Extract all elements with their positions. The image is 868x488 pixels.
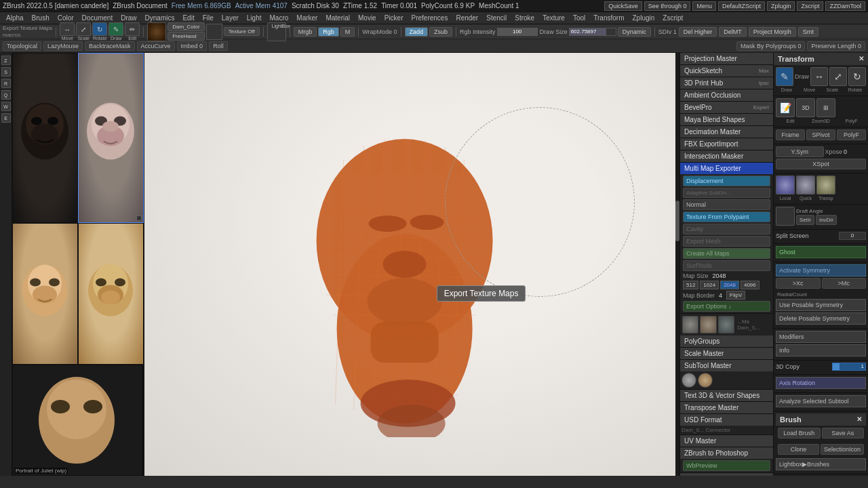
- size-512-btn[interactable]: 512: [683, 281, 698, 289]
- projection-master-header[interactable]: Projection Master: [680, 53, 773, 64]
- freehand-btn[interactable]: FreeHand: [167, 32, 204, 41]
- size-4096-btn[interactable]: 4096: [741, 281, 760, 289]
- size-1024-btn[interactable]: 1024: [700, 281, 719, 289]
- zscript-button[interactable]: Zscript: [797, 1, 823, 11]
- polyf-btn[interactable]: ⊞: [816, 98, 835, 117]
- normal-btn[interactable]: Normal: [683, 199, 770, 210]
- menu-light[interactable]: Light: [243, 14, 265, 22]
- left-tool-4[interactable]: Q: [1, 90, 11, 100]
- scale-icon-btn[interactable]: ⤢: [829, 67, 847, 86]
- cavity-btn[interactable]: Cavity: [683, 224, 770, 235]
- text3d-header[interactable]: Text 3D & Vector Shapes: [680, 390, 773, 401]
- thumbnail-4[interactable]: [78, 223, 144, 365]
- usd-header[interactable]: USD Format: [680, 414, 773, 426]
- menu-draw[interactable]: Draw: [117, 14, 140, 22]
- menu-macro[interactable]: Macro: [267, 14, 292, 22]
- brush-preview[interactable]: [147, 22, 166, 41]
- brush-collapse-btn[interactable]: ✕: [856, 415, 862, 424]
- draw-size-slider[interactable]: 602.75897: [569, 28, 616, 36]
- 3d-copy-slider[interactable]: 1: [832, 363, 866, 371]
- intersection-masker-header[interactable]: Intersection Masker: [680, 150, 773, 162]
- menu-texture[interactable]: Texture: [539, 14, 568, 22]
- zoom3d-btn[interactable]: 3D: [796, 98, 815, 117]
- displacement-btn[interactable]: Displacement: [683, 176, 770, 186]
- preserve-length-btn[interactable]: Preserve Length 0: [807, 41, 865, 51]
- fbx-header[interactable]: FBX ExportImport: [680, 138, 773, 150]
- adaptive-subsub-btn[interactable]: Adaptive SubDiv...: [683, 188, 770, 198]
- draw-toolbar-btn[interactable]: ✎: [108, 22, 123, 36]
- subtool-icon-2[interactable]: [700, 316, 716, 333]
- multi-map-exporter-header[interactable]: Multi Map Exporter: [680, 163, 773, 174]
- menu-marker[interactable]: Marker: [293, 14, 321, 22]
- local-icon[interactable]: [776, 176, 795, 195]
- texture-off-btn[interactable]: Texture Off: [224, 27, 260, 36]
- backtrace-mask-btn[interactable]: BacktraceMask: [85, 41, 135, 51]
- transform-collapse-btn[interactable]: ✕: [859, 55, 864, 63]
- selection-icon-btn[interactable]: SelectionIcon: [821, 444, 864, 455]
- rgb-btn[interactable]: Rgb: [318, 27, 339, 37]
- menu-dynamics[interactable]: Dynamics: [142, 14, 178, 22]
- scale-master-header[interactable]: Scale Master: [680, 348, 773, 359]
- transpose-master-header[interactable]: Transpose Master: [680, 402, 773, 413]
- zadd-btn[interactable]: Zadd: [405, 27, 429, 37]
- maya-blend-header[interactable]: Maya Blend Shapes: [680, 114, 773, 125]
- thumbnail-2[interactable]: [78, 53, 144, 223]
- flipv-btn[interactable]: FlipV: [726, 291, 745, 300]
- accucurve-btn[interactable]: AccuCurve: [137, 41, 175, 51]
- see-through-button[interactable]: See through 0: [644, 1, 691, 11]
- subtool-icon-1[interactable]: [682, 316, 698, 333]
- thumbnail-1[interactable]: [12, 53, 78, 223]
- surf-tools-btn[interactable]: SurfTools: [683, 260, 770, 271]
- polyf-btn2[interactable]: PolyF: [837, 129, 866, 140]
- menu-tool[interactable]: Tool: [570, 14, 589, 22]
- xc-btn[interactable]: >Xc: [776, 278, 821, 289]
- polygroups-header[interactable]: PolyGroups: [680, 336, 773, 347]
- export-options-btn[interactable]: Export Options ↓: [683, 301, 770, 312]
- zbrush-photoshop-header[interactable]: ZBrush to Photoshop: [680, 447, 773, 459]
- zcolor-header[interactable]: ZColor: [680, 473, 773, 476]
- mc-btn[interactable]: >Mc: [822, 278, 867, 289]
- stm-icon-1[interactable]: [682, 373, 696, 388]
- thumbnail-3[interactable]: [12, 223, 78, 365]
- invdir-btn[interactable]: InvDir: [816, 215, 837, 225]
- menu-zplugin[interactable]: Zplugin: [629, 14, 658, 22]
- frame-btn[interactable]: Frame: [776, 129, 805, 140]
- info-btn[interactable]: Info: [776, 344, 866, 357]
- menu-brush[interactable]: Brush: [28, 14, 53, 22]
- mrgb-btn[interactable]: Mrgb: [294, 27, 317, 37]
- uv-master-header[interactable]: UV Master: [680, 435, 773, 447]
- clone-btn[interactable]: Clone: [778, 444, 819, 455]
- scale-toolbar-btn[interactable]: ⤢: [76, 22, 91, 36]
- mask-by-polygroups-btn[interactable]: Mask By Polygroups 0: [736, 41, 806, 51]
- left-tool-3[interactable]: R: [1, 79, 11, 88]
- load-brush-btn[interactable]: Load Brush: [778, 428, 821, 439]
- m-btn[interactable]: M: [340, 27, 355, 37]
- rotate-toolbar-btn[interactable]: ↻: [92, 22, 107, 36]
- move-icon-btn[interactable]: ↔: [810, 67, 828, 86]
- scrollbar-thumb[interactable]: [675, 201, 679, 241]
- menu-file[interactable]: File: [199, 14, 217, 22]
- project-morph-btn[interactable]: Project Morph: [749, 27, 796, 37]
- menu-render[interactable]: Render: [452, 14, 481, 22]
- create-all-maps-btn[interactable]: Create All Maps: [683, 248, 770, 259]
- menu-layer[interactable]: Layer: [218, 14, 242, 22]
- edit-toolbar-btn[interactable]: ✏: [125, 22, 140, 36]
- lazy-mouse-btn[interactable]: LazyMouse: [43, 41, 83, 51]
- texture-polypaint-btn[interactable]: Texture From Polypaint: [683, 211, 770, 222]
- delete-posable-symmetry-btn[interactable]: Delete Posable Symmetry: [776, 312, 866, 325]
- menu-color[interactable]: Color: [54, 14, 77, 22]
- menu-picker[interactable]: Picker: [381, 14, 407, 22]
- quick-icon[interactable]: [796, 176, 815, 195]
- menu-preferences[interactable]: Preferences: [408, 14, 451, 22]
- use-posable-symmetry-btn[interactable]: Use Posable Symmetry: [776, 299, 866, 311]
- zzd-button[interactable]: ZZDamTool: [825, 1, 865, 11]
- menu-document[interactable]: Document: [79, 14, 117, 22]
- rgb-intensity-slider[interactable]: 100: [497, 28, 538, 36]
- decimation-master-header[interactable]: Decimation Master: [680, 126, 773, 138]
- dam-color-btn[interactable]: Dam_Color: [167, 22, 204, 31]
- xspot-btn[interactable]: XSpot: [776, 159, 866, 169]
- menu-stencil[interactable]: Stencil: [483, 14, 510, 22]
- ghost-btn[interactable]: Ghost: [776, 246, 866, 258]
- menu-stroke[interactable]: Stroke: [511, 14, 538, 22]
- rotate-icon-btn[interactable]: ↻: [848, 67, 866, 86]
